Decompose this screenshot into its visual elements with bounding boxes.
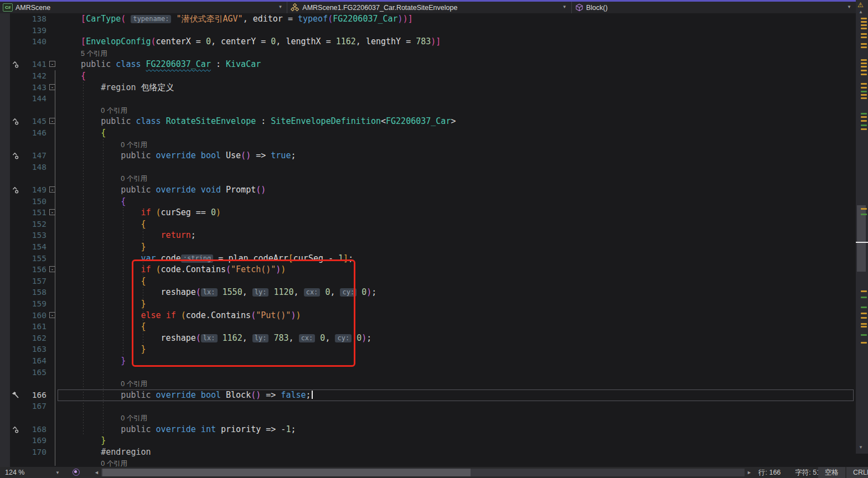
scrollbar-thumb[interactable] [857, 205, 866, 272]
code-token: ; [366, 333, 371, 343]
code-line-161[interactable]: 161{ [0, 321, 856, 332]
code-token: return [161, 230, 191, 240]
code-line-158[interactable]: 158reshape(lx: 1550, ly: 1120, cx: 0, cy… [0, 287, 856, 298]
horizontal-scrollbar[interactable] [101, 469, 745, 476]
line-number: 140 [21, 36, 46, 48]
code-line-143[interactable]: 143-#region 包络定义 [0, 82, 856, 93]
code-line-153[interactable]: 153return; [0, 230, 856, 241]
type-dropdown[interactable]: AMRScene1.FG2206037_Car.RotateSiteEnvelo… [287, 2, 571, 13]
inheritance-margin-icon[interactable] [12, 152, 20, 160]
fold-toggle[interactable]: - [49, 209, 55, 215]
code-line-169[interactable]: 169} [0, 435, 856, 446]
status-eol-toggle[interactable]: CRLF [846, 467, 868, 478]
line-number: 150 [21, 196, 46, 207]
codelens-references[interactable]: 0 个引用 [101, 105, 127, 117]
code-line-160[interactable]: 160-else if (code.Contains("Put()")) [0, 310, 856, 321]
fold-toggle[interactable]: - [49, 186, 55, 193]
code-line-163[interactable]: 163} [0, 344, 856, 355]
code-token: FG2206037_Car [146, 59, 211, 69]
code-editor[interactable]: 138[CarType( typename: "潜伏式牵引AGV", edito… [0, 13, 868, 467]
code-line-142[interactable]: 142{ [0, 70, 856, 82]
codelens-references[interactable]: 0 个引用 [121, 413, 147, 424]
codelens-row[interactable]: 5 个引用 [0, 48, 856, 59]
code-health-icon[interactable] [73, 469, 80, 476]
codelens-references[interactable]: 0 个引用 [121, 378, 147, 390]
fold-toggle[interactable]: - [49, 266, 55, 272]
code-text: [CarType( typename: "潜伏式牵引AGV", editor =… [81, 13, 413, 25]
annotation-highlight-box [132, 259, 355, 367]
code-token: , editor = [243, 14, 298, 24]
code-line-155[interactable]: 155var code:string = plan.codeArr[curSeg… [0, 253, 856, 264]
code-line-165[interactable]: 165 [0, 367, 856, 378]
code-line-141[interactable]: 141-public class FG2206037_Car : KivaCar [0, 59, 856, 70]
code-line-145[interactable]: 145-public class RotateSiteEnvelope : Si… [0, 116, 856, 127]
code-token: void [201, 185, 221, 195]
line-number: 167 [21, 401, 46, 412]
codelens-row[interactable]: 0 个引用 [0, 139, 856, 150]
codelens-references[interactable]: 0 个引用 [121, 173, 147, 185]
inheritance-margin-icon[interactable] [12, 60, 20, 69]
code-token: ; [371, 287, 376, 297]
inheritance-margin-icon[interactable] [12, 186, 20, 194]
code-token: FG2206037_Car [333, 14, 397, 24]
code-line-154[interactable]: 154} [0, 241, 856, 253]
indent-guide [123, 207, 123, 355]
code-line-167[interactable]: 167 [0, 401, 856, 412]
code-token: FG2206037_Car [386, 116, 451, 126]
code-line-144[interactable]: 144 [0, 93, 856, 105]
code-line-168[interactable]: 168public override int priority => -1; [0, 424, 856, 435]
line-number: 148 [21, 162, 46, 173]
code-line-166[interactable]: 166public override bool Block() => false… [0, 389, 856, 401]
change-mark-yellow [861, 120, 867, 122]
project-dropdown[interactable]: C# AMRScene ▼ [0, 2, 287, 13]
codelens-references[interactable]: 0 个引用 [101, 458, 127, 467]
code-line-151[interactable]: 151-if (curSeg == 0) [0, 207, 856, 219]
codelens-row[interactable]: 0 个引用 [0, 173, 856, 184]
codelens-references[interactable]: 0 个引用 [121, 139, 147, 151]
code-line-170[interactable]: 170#endregion [0, 446, 856, 458]
code-line-138[interactable]: 138[CarType( typename: "潜伏式牵引AGV", edito… [0, 13, 856, 25]
code-line-157[interactable]: 157{ [0, 276, 856, 287]
code-line-147[interactable]: 147public override bool Use() => true; [0, 150, 856, 162]
code-token: CarType [86, 14, 121, 24]
code-line-152[interactable]: 152{ [0, 219, 856, 230]
fold-toggle[interactable]: - [49, 118, 55, 124]
scroll-up-icon[interactable]: ▲ [859, 9, 863, 14]
quick-actions-icon[interactable] [12, 391, 20, 399]
codelens-references[interactable]: 5 个引用 [81, 48, 107, 60]
code-token: ) [366, 287, 371, 297]
codelens-row[interactable]: 0 个引用 [0, 378, 856, 389]
zoom-level-select[interactable]: 124 % ▼ [0, 467, 65, 478]
code-token: , centerY = [211, 37, 271, 46]
code-line-146[interactable]: 146{ [0, 127, 856, 139]
vertical-scrollbar[interactable]: ⚠ ▲ ▼ [856, 0, 868, 454]
horizontal-scrollbar-thumb[interactable] [102, 469, 471, 476]
inheritance-margin-icon[interactable] [12, 425, 20, 434]
code-line-149[interactable]: 149-public override void Prompt() [0, 184, 856, 196]
code-line-140[interactable]: 140[EnvelopConfig(centerX = 0, centerY =… [0, 36, 856, 48]
fold-toggle[interactable]: - [49, 84, 55, 90]
codelens-row[interactable]: 0 个引用 [0, 412, 856, 424]
hscroll-left-icon[interactable]: ◄ [94, 467, 99, 478]
member-dropdown[interactable]: Block() ▼ [572, 2, 856, 13]
hscroll-right-icon[interactable]: ► [747, 467, 752, 478]
fold-toggle[interactable]: - [49, 61, 55, 67]
code-line-150[interactable]: 150{ [0, 196, 856, 207]
code-line-156[interactable]: 156-if (code.Contains("Fetch()")) [0, 264, 856, 276]
code-line-148[interactable]: 148 [0, 162, 856, 173]
code-token: } [141, 242, 146, 252]
scroll-down-icon[interactable]: ▼ [859, 445, 863, 450]
code-line-159[interactable]: 159} [0, 298, 856, 310]
codelens-row[interactable]: 0 个引用 [0, 458, 856, 467]
code-line-162[interactable]: 162reshape(lx: 1162, ly: 783, cx: 0, cy:… [0, 332, 856, 344]
code-text: if (curSeg == 0) [141, 207, 221, 219]
code-token: false [281, 390, 306, 400]
status-spaces-toggle[interactable]: 空格 [818, 467, 845, 478]
code-line-139[interactable]: 139 [0, 25, 856, 37]
fold-toggle[interactable]: - [49, 312, 55, 318]
code-line-164[interactable]: 164} [0, 355, 856, 367]
inheritance-margin-icon[interactable] [12, 117, 20, 126]
codelens-row[interactable]: 0 个引用 [0, 105, 856, 116]
warning-icon[interactable]: ⚠ [857, 1, 864, 9]
code-text: { [141, 219, 146, 230]
